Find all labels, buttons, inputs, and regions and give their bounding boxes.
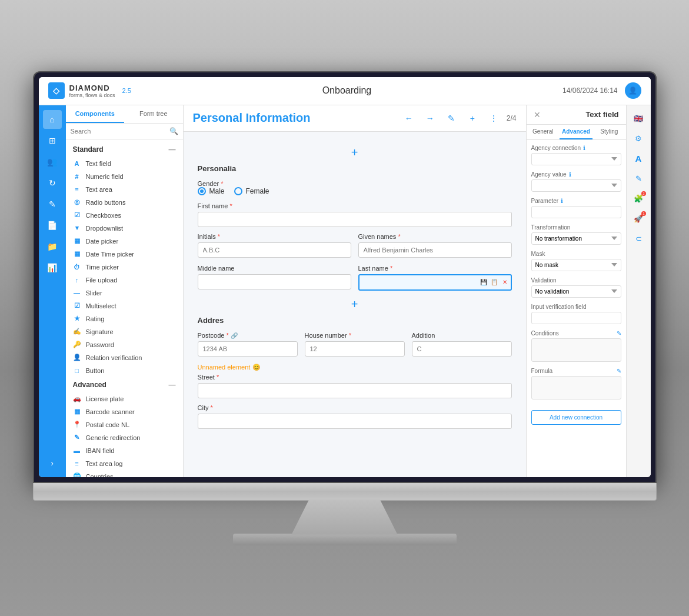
conditions-edit-icon[interactable]: ✎ bbox=[617, 330, 621, 337]
radio-icon: ◎ bbox=[73, 198, 81, 207]
comp-iban-label: IBAN field bbox=[86, 447, 115, 454]
comp-time-picker[interactable]: ⏱ Time picker bbox=[66, 261, 183, 274]
conditions-textarea[interactable] bbox=[531, 338, 621, 362]
save-field-btn[interactable]: 💾 bbox=[479, 278, 488, 287]
middlename-input[interactable] bbox=[198, 274, 351, 289]
agency-value-label: Agency value ℹ bbox=[531, 171, 621, 178]
comp-barcode-scanner[interactable]: ▦ Barcode scanner bbox=[66, 405, 183, 418]
transformation-select[interactable]: No transformation bbox=[531, 232, 621, 245]
comp-signature[interactable]: ✍ Signature bbox=[66, 325, 183, 338]
comp-slider-label: Slider bbox=[86, 289, 102, 297]
agency-value-select[interactable] bbox=[531, 179, 621, 192]
comp-relation-verification[interactable]: 👤 Relation verification bbox=[66, 351, 183, 364]
formula-edit-icon[interactable]: ✎ bbox=[617, 368, 621, 374]
comp-password[interactable]: 🔑 Password bbox=[66, 338, 183, 351]
user-avatar[interactable]: 👤 bbox=[625, 82, 641, 99]
copy-field-btn[interactable]: 📋 bbox=[490, 278, 499, 287]
edit-icon-btn[interactable]: ✎ bbox=[43, 195, 62, 214]
housenumber-input[interactable] bbox=[305, 341, 405, 357]
more-options-btn[interactable]: ⋮ bbox=[485, 110, 502, 126]
docs-icon-btn[interactable]: 📄 bbox=[43, 216, 62, 235]
collapse-sidebar-btn[interactable]: › bbox=[43, 454, 62, 472]
standard-toggle[interactable]: — bbox=[169, 145, 176, 154]
comp-numeric-field[interactable]: # Numeric field bbox=[66, 170, 183, 183]
radio-female-label: Female bbox=[246, 187, 269, 195]
formula-textarea[interactable] bbox=[531, 376, 621, 399]
comp-postal-code[interactable]: 📍 Postal code NL bbox=[66, 418, 183, 431]
radio-female[interactable]: Female bbox=[234, 187, 269, 195]
search-input[interactable] bbox=[71, 128, 169, 135]
comp-file-upload[interactable]: ↑ File upload bbox=[66, 274, 183, 287]
comp-dropdownlist[interactable]: ▾ Dropdownlist bbox=[66, 222, 183, 235]
edit-pencil-icon-btn[interactable]: ✎ bbox=[630, 170, 647, 188]
street-input[interactable] bbox=[198, 383, 512, 398]
add-connection-btn[interactable]: Add new connection bbox=[531, 410, 621, 425]
edit-form-btn[interactable]: ✎ bbox=[443, 110, 460, 126]
comp-text-area[interactable]: ≡ Text area bbox=[66, 183, 183, 196]
nav-forward-btn[interactable]: → bbox=[422, 110, 438, 126]
nav-back-btn[interactable]: ← bbox=[401, 110, 417, 126]
comp-multiselect-label: Multiselect bbox=[86, 302, 117, 309]
comp-rating[interactable]: ★ Rating bbox=[66, 312, 183, 325]
comp-generic-redirection[interactable]: ✎ Generic redirection bbox=[66, 431, 183, 444]
initials-input[interactable] bbox=[198, 242, 351, 258]
multiselect-icon: ☑ bbox=[73, 302, 81, 310]
right-panel: ✕ Text field General Advanced Styling Ag… bbox=[526, 105, 626, 477]
chart-icon-btn[interactable]: 📊 bbox=[43, 258, 62, 277]
comp-radio-buttons[interactable]: ◎ Radio buttons bbox=[66, 196, 183, 209]
grid-icon-btn[interactable]: ⊞ bbox=[43, 131, 62, 150]
comp-license-plate[interactable]: 🚗 License plate bbox=[66, 392, 183, 405]
postcode-input[interactable] bbox=[198, 341, 298, 357]
settings-icon-btn[interactable]: ⚙ bbox=[630, 130, 647, 148]
rocket-badge: 1 bbox=[641, 211, 646, 216]
parameter-input[interactable] bbox=[531, 206, 621, 218]
givennames-input[interactable] bbox=[358, 242, 512, 258]
delete-field-btn[interactable]: ✕ bbox=[500, 278, 510, 287]
add-before-btn[interactable]: + bbox=[198, 146, 512, 159]
right-panel-title: Text field bbox=[585, 110, 618, 119]
input-verification-input[interactable] bbox=[531, 312, 621, 324]
text-format-icon-btn[interactable]: A bbox=[630, 150, 647, 168]
comp-textarea-log[interactable]: ≡ Text area log bbox=[66, 457, 183, 470]
validation-select[interactable]: No validation bbox=[531, 285, 621, 298]
add-middle-btn[interactable]: + bbox=[198, 298, 512, 311]
flow-icon-btn[interactable]: ↻ bbox=[43, 174, 62, 192]
comp-multiselect[interactable]: ☑ Multiselect bbox=[66, 299, 183, 312]
right-panel-close-btn[interactable]: ✕ bbox=[534, 110, 541, 119]
checkboxes-icon: ☑ bbox=[73, 211, 81, 219]
agency-connection-select[interactable] bbox=[531, 153, 621, 165]
comp-iban-field[interactable]: ▬ IBAN field bbox=[66, 444, 183, 457]
tab-components[interactable]: Components bbox=[66, 105, 125, 123]
comp-slider[interactable]: — Slider bbox=[66, 287, 183, 299]
comp-button[interactable]: □ Button bbox=[66, 364, 183, 377]
rating-icon: ★ bbox=[73, 315, 81, 323]
home-icon-btn[interactable]: ⌂ bbox=[43, 110, 62, 129]
tab-form-tree[interactable]: Form tree bbox=[124, 105, 183, 123]
city-input[interactable] bbox=[198, 414, 512, 429]
rocket-icon-btn[interactable]: 🚀 1 bbox=[630, 210, 647, 228]
comp-text-field[interactable]: A Text field bbox=[66, 157, 183, 170]
comp-textarealog-label: Text area log bbox=[86, 460, 123, 467]
housenumber-required: * bbox=[349, 332, 351, 339]
flag-icon-btn[interactable]: 🇬🇧 bbox=[630, 110, 647, 128]
comp-textarea-label: Text area bbox=[86, 186, 112, 193]
puzzle-icon-btn[interactable]: 🧩 2 bbox=[630, 190, 647, 208]
addition-input[interactable] bbox=[412, 341, 512, 357]
add-page-btn[interactable]: + bbox=[464, 110, 481, 126]
tab-advanced[interactable]: Advanced bbox=[560, 125, 593, 139]
comp-countries[interactable]: 🌐 Countries bbox=[66, 470, 183, 477]
share-icon-btn[interactable]: ⊂ bbox=[630, 230, 647, 248]
radio-male[interactable]: Male bbox=[198, 187, 225, 195]
tab-general[interactable]: General bbox=[527, 125, 560, 139]
mask-select[interactable]: No mask bbox=[531, 259, 621, 271]
lastname-action-btns: 💾 📋 ✕ bbox=[479, 278, 510, 287]
comp-checkboxes[interactable]: ☑ Checkboxes bbox=[66, 209, 183, 222]
advanced-toggle[interactable]: — bbox=[169, 381, 176, 389]
comp-date-picker[interactable]: ▦ Date picker bbox=[66, 235, 183, 248]
date-picker-icon: ▦ bbox=[73, 237, 81, 245]
comp-datetime-picker[interactable]: ▦ Date Time picker bbox=[66, 248, 183, 261]
folder-icon-btn[interactable]: 📁 bbox=[43, 237, 62, 256]
firstname-input[interactable] bbox=[198, 212, 512, 227]
tab-styling[interactable]: Styling bbox=[593, 125, 625, 139]
users-icon-btn[interactable]: 👥 bbox=[43, 152, 62, 171]
